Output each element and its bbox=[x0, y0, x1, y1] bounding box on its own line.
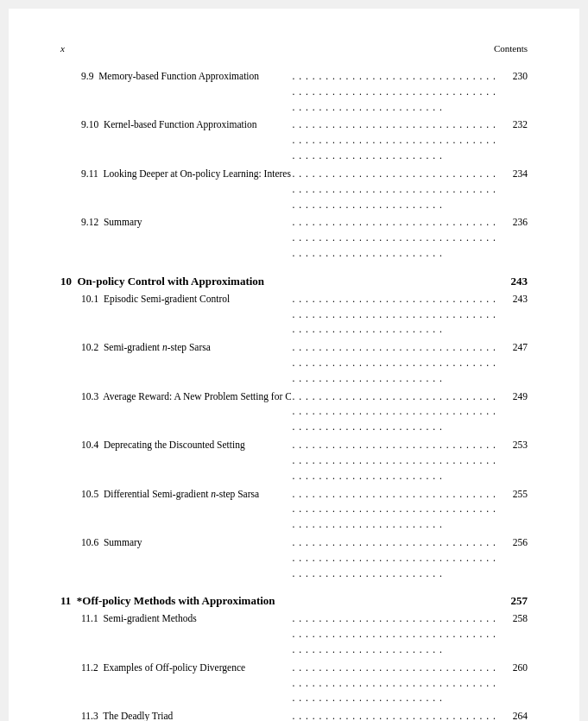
toc-entry: 10.6 Summary256 bbox=[60, 535, 528, 582]
page-header: x Contents bbox=[60, 43, 528, 54]
page-number: 249 bbox=[503, 389, 528, 405]
entry-title: 11.2 Examples of Off-policy Divergence bbox=[81, 661, 291, 676]
page-number: 255 bbox=[503, 487, 528, 503]
toc-entry: 9.9 Memory-based Function Approximation2… bbox=[60, 69, 528, 116]
page-number: 258 bbox=[503, 611, 528, 627]
dot-leader bbox=[293, 661, 503, 707]
page-number: 260 bbox=[503, 661, 528, 676]
entry-title: 10.5 Differential Semi-gradient n-step S… bbox=[81, 487, 291, 503]
entry-title: 10.1 Episodic Semi-gradient Control bbox=[81, 292, 291, 307]
page-number: 256 bbox=[503, 535, 528, 551]
entry-title: 11.1 Semi-gradient Methods bbox=[81, 611, 291, 627]
dot-leader bbox=[293, 292, 503, 338]
chapter-entry: 11 *Off-policy Methods with Approximatio… bbox=[60, 594, 528, 608]
entry-title: 10.2 Semi-gradient n-step Sarsa bbox=[81, 340, 291, 356]
header-right: Contents bbox=[494, 43, 528, 54]
header-left: x bbox=[60, 43, 65, 54]
page-number: 247 bbox=[503, 340, 528, 356]
dot-leader bbox=[293, 167, 503, 213]
chapter-entry: 10 On-policy Control with Approximation2… bbox=[60, 275, 528, 288]
dot-leader bbox=[293, 487, 503, 534]
toc-entry: 11.3 The Deadly Triad264 bbox=[60, 709, 528, 721]
chapter-title: 10 On-policy Control with Approximation bbox=[60, 275, 264, 288]
dot-leader bbox=[293, 389, 503, 436]
toc-entry: 10.4 Deprecating the Discounted Setting2… bbox=[60, 438, 528, 484]
entry-title: 9.11 Looking Deeper at On-policy Learnin… bbox=[81, 167, 291, 182]
entry-title: 10.6 Summary bbox=[81, 535, 291, 551]
chapter-page: 257 bbox=[511, 594, 528, 608]
dot-leader bbox=[293, 340, 503, 387]
chapter-title: 11 *Off-policy Methods with Approximatio… bbox=[60, 594, 275, 608]
toc-content: 9.9 Memory-based Function Approximation2… bbox=[60, 69, 528, 721]
page-number: 253 bbox=[503, 438, 528, 453]
entry-title: 9.9 Memory-based Function Approximation bbox=[81, 69, 291, 85]
page-number: 230 bbox=[503, 69, 528, 85]
dot-leader bbox=[293, 709, 503, 721]
toc-entry: 10.1 Episodic Semi-gradient Control243 bbox=[60, 292, 528, 338]
page-number: 232 bbox=[503, 117, 528, 133]
dot-leader bbox=[293, 438, 503, 484]
chapter-page: 243 bbox=[511, 275, 528, 288]
toc-entry: 10.5 Differential Semi-gradient n-step S… bbox=[60, 487, 528, 534]
toc-entry: 9.10 Kernel-based Function Approximation… bbox=[60, 117, 528, 164]
dot-leader bbox=[293, 535, 503, 582]
dot-leader bbox=[293, 215, 503, 262]
entry-title: 9.12 Summary bbox=[81, 215, 291, 231]
page-number: 236 bbox=[503, 215, 528, 231]
page-number: 234 bbox=[503, 167, 528, 182]
dot-leader bbox=[293, 69, 503, 116]
page: x Contents 9.9 Memory-based Function App… bbox=[9, 9, 579, 721]
page-number: 243 bbox=[503, 292, 528, 307]
toc-entry: 11.2 Examples of Off-policy Divergence26… bbox=[60, 661, 528, 707]
entry-title: 10.4 Deprecating the Discounted Setting bbox=[81, 438, 291, 453]
page-number: 264 bbox=[503, 709, 528, 721]
toc-entry: 9.11 Looking Deeper at On-policy Learnin… bbox=[60, 167, 528, 213]
toc-entry: 10.3 Average Reward: A New Problem Setti… bbox=[60, 389, 528, 436]
entry-title: 10.3 Average Reward: A New Problem Setti… bbox=[81, 389, 291, 405]
dot-leader bbox=[293, 117, 503, 164]
entry-title: 11.3 The Deadly Triad bbox=[81, 709, 291, 721]
toc-entry: 11.1 Semi-gradient Methods258 bbox=[60, 611, 528, 658]
toc-entry: 9.12 Summary236 bbox=[60, 215, 528, 262]
dot-leader bbox=[293, 611, 503, 658]
entry-title: 9.10 Kernel-based Function Approximation bbox=[81, 117, 291, 133]
toc-entry: 10.2 Semi-gradient n-step Sarsa247 bbox=[60, 340, 528, 387]
